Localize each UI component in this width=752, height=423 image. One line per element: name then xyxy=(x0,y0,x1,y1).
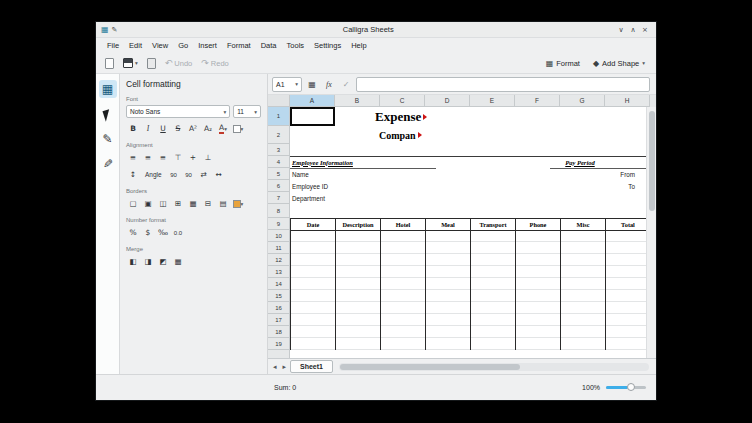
row-header-5[interactable]: 5 xyxy=(268,168,289,180)
increase-indent-button[interactable]: ↔ xyxy=(212,168,226,181)
titlebar[interactable]: ▦ ✎ Calligra Sheets ∨ ∧ × xyxy=(96,22,656,38)
row-header-12[interactable]: 12 xyxy=(268,254,289,266)
vertical-scrollbar[interactable] xyxy=(646,107,656,358)
column-header-E[interactable]: E xyxy=(470,95,515,107)
decimals-format-button[interactable]: 0.0 xyxy=(171,226,185,239)
row-header-16[interactable]: 16 xyxy=(268,302,289,314)
undo-button[interactable]: ↶ Undo xyxy=(162,57,195,70)
row-header-19[interactable]: 19 xyxy=(268,338,289,350)
border-left-button[interactable]: ◫ xyxy=(156,197,170,210)
row-header-3[interactable]: 3 xyxy=(268,144,289,156)
border-inside-button[interactable]: ▦ xyxy=(186,197,200,210)
align-right-button[interactable]: ≡ xyxy=(156,151,170,164)
menu-file[interactable]: File xyxy=(102,39,124,52)
border-top-button[interactable]: ▤ xyxy=(216,197,230,210)
border-none-button[interactable]: ▢ xyxy=(126,197,140,210)
border-all-button[interactable]: ⊞ xyxy=(171,197,185,210)
menu-go[interactable]: Go xyxy=(173,39,193,52)
border-outline-button[interactable]: ▣ xyxy=(141,197,155,210)
strikethrough-button[interactable]: S xyxy=(171,122,185,135)
column-header-F[interactable]: F xyxy=(515,95,560,107)
zoom-slider-handle[interactable] xyxy=(627,383,635,391)
named-range-button[interactable]: ▦ xyxy=(305,77,319,91)
horizontal-scrollbar[interactable] xyxy=(339,363,649,371)
border-horizontal-button[interactable]: ⊟ xyxy=(201,197,215,210)
new-document-button[interactable] xyxy=(102,56,117,71)
rotate-ccw-button[interactable]: 90 xyxy=(167,168,181,181)
align-center-button[interactable]: ≡ xyxy=(141,151,155,164)
underline-button[interactable]: U xyxy=(156,122,170,135)
export-button[interactable] xyxy=(144,56,159,71)
row-header-17[interactable]: 17 xyxy=(268,314,289,326)
column-header-G[interactable]: G xyxy=(560,95,605,107)
line-tool-icon[interactable]: ✎ xyxy=(99,155,117,173)
row-header-11[interactable]: 11 xyxy=(268,242,289,254)
active-cell-selection[interactable] xyxy=(290,107,335,126)
border-color-button[interactable]: ▾ xyxy=(231,197,245,210)
column-header-H[interactable]: H xyxy=(605,95,650,107)
vertical-text-button[interactable]: ↕ xyxy=(126,168,140,181)
merge-cells-button[interactable]: ◧ xyxy=(126,255,140,268)
redo-button[interactable]: ↷ Redo xyxy=(198,57,231,70)
row-header-18[interactable]: 18 xyxy=(268,326,289,338)
decrease-indent-button[interactable]: ⇄ xyxy=(197,168,211,181)
save-dropdown-arrow[interactable]: ▾ xyxy=(135,60,138,66)
rotate-cw-button[interactable]: 90 xyxy=(182,168,196,181)
menu-insert[interactable]: Insert xyxy=(193,39,222,52)
close-button[interactable]: × xyxy=(639,26,651,34)
column-header-C[interactable]: C xyxy=(380,95,425,107)
format-button[interactable]: ▦ Format xyxy=(541,57,585,70)
merge-horizontal-button[interactable]: ◨ xyxy=(141,255,155,268)
menu-help[interactable]: Help xyxy=(346,39,371,52)
row-header-7[interactable]: 7 xyxy=(268,192,289,204)
valign-bottom-button[interactable]: ⊥ xyxy=(201,151,215,164)
bold-button[interactable]: B xyxy=(126,122,140,135)
column-header-A[interactable]: A xyxy=(290,95,335,107)
horizontal-scrollbar-handle[interactable] xyxy=(340,364,520,370)
font-size-select[interactable]: 11 ▾ xyxy=(233,105,261,118)
formula-input[interactable] xyxy=(356,77,650,92)
angle-button[interactable]: Angle xyxy=(141,168,166,181)
maximize-button[interactable]: ∧ xyxy=(627,26,639,34)
column-header-B[interactable]: B xyxy=(335,95,380,107)
menu-tools[interactable]: Tools xyxy=(282,39,310,52)
spreadsheet-grid[interactable]: Expense Compan Employee Information Pay … xyxy=(290,107,646,358)
fill-color-button[interactable]: ▾ xyxy=(231,122,245,135)
save-button[interactable]: ▾ xyxy=(120,56,141,70)
tab-scroll-left-icon[interactable]: ◂ xyxy=(271,363,279,371)
pin-icon[interactable]: ✎ xyxy=(112,26,118,34)
row-header-1[interactable]: 1 xyxy=(268,107,289,126)
tab-scroll-right-icon[interactable]: ▸ xyxy=(281,363,289,371)
selection-tool-icon[interactable] xyxy=(99,105,117,123)
minimize-button[interactable]: ∨ xyxy=(615,26,627,34)
row-header-8[interactable]: 8 xyxy=(268,204,289,218)
row-header-6[interactable]: 6 xyxy=(268,180,289,192)
valign-middle-button[interactable]: + xyxy=(186,151,200,164)
subscript-button[interactable]: A₂ xyxy=(201,122,215,135)
row-header-2[interactable]: 2 xyxy=(268,126,289,144)
unmerge-cells-button[interactable]: ▦ xyxy=(171,255,185,268)
function-button[interactable]: fx xyxy=(322,77,336,91)
select-all-corner[interactable] xyxy=(268,95,290,107)
row-header-10[interactable]: 10 xyxy=(268,230,289,242)
percent-format-button[interactable]: % xyxy=(126,226,140,239)
zoom-slider[interactable] xyxy=(606,386,646,389)
row-header-4[interactable]: 4 xyxy=(268,156,289,168)
pen-tool-icon[interactable]: ✎ xyxy=(99,130,117,148)
row-header-15[interactable]: 15 xyxy=(268,290,289,302)
align-left-button[interactable]: ≡ xyxy=(126,151,140,164)
valign-top-button[interactable]: ⊤ xyxy=(171,151,185,164)
row-header-9[interactable]: 9 xyxy=(268,218,289,230)
tab-sheet1[interactable]: Sheet1 xyxy=(290,360,333,373)
row-header-13[interactable]: 13 xyxy=(268,266,289,278)
font-family-select[interactable]: Noto Sans ▾ xyxy=(126,105,230,118)
add-shape-button[interactable]: ◆ Add Shape ▾ xyxy=(588,57,650,70)
menu-format[interactable]: Format xyxy=(222,39,256,52)
vertical-scrollbar-handle[interactable] xyxy=(649,111,655,211)
menu-view[interactable]: View xyxy=(147,39,173,52)
thousands-format-button[interactable]: ‰ xyxy=(156,226,170,239)
apply-formula-button[interactable]: ✓ xyxy=(339,77,353,91)
cell-reference-box[interactable]: A1 ▾ xyxy=(272,77,302,92)
row-header-14[interactable]: 14 xyxy=(268,278,289,290)
merge-vertical-button[interactable]: ◩ xyxy=(156,255,170,268)
